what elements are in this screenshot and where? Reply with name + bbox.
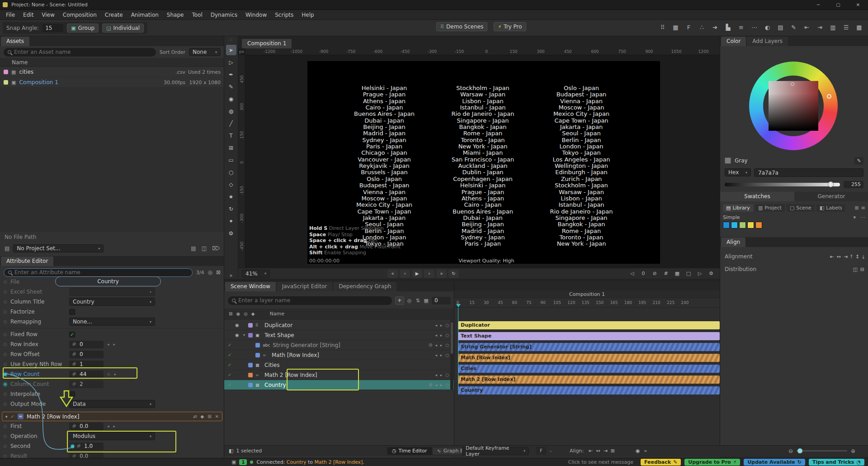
scene-toolbar-icon[interactable]: ⇅ bbox=[415, 298, 420, 304]
menu-item[interactable]: Animation bbox=[127, 12, 163, 18]
playback-button[interactable]: « bbox=[387, 270, 398, 278]
row-index-field[interactable]: #0 bbox=[69, 341, 104, 348]
add-layer-button[interactable]: + bbox=[395, 296, 404, 305]
attribute-search-input[interactable] bbox=[14, 269, 188, 276]
layer-keyframe-controls[interactable]: ◂ ▸ ○ bbox=[435, 333, 450, 338]
tool-icon[interactable]: ★ bbox=[226, 191, 236, 202]
timeline-bar[interactable]: Country bbox=[458, 386, 720, 395]
layer-row[interactable]: ✓ ◉ ▾ ▦ Cities ⊘ ◂ ▸ ○ bbox=[224, 360, 454, 370]
snap-angle-input[interactable]: 15 bbox=[42, 24, 63, 32]
math-header-icon[interactable]: ◆ bbox=[201, 414, 204, 419]
tab-javascript-editor[interactable]: JavaScript Editor bbox=[277, 282, 332, 291]
tool-icon[interactable]: ↻ bbox=[226, 204, 236, 214]
scene-toolbar-icon[interactable]: ◎ bbox=[407, 298, 412, 304]
toolbar-icon[interactable]: ≡ bbox=[736, 22, 746, 33]
tab-dependency-graph[interactable]: Dependency Graph bbox=[333, 282, 396, 291]
tool-icon[interactable]: ▭ bbox=[226, 155, 236, 165]
layer-row[interactable]: ✓ ◉ ▾ = Math 2 [Row Index] ⊘ ◂ ▸ ○ bbox=[224, 370, 454, 380]
attr-socket[interactable] bbox=[4, 403, 7, 406]
keyframe-nav-icons[interactable]: ◂ ▸ bbox=[107, 342, 117, 347]
attr-socket[interactable] bbox=[4, 310, 7, 314]
asset-search[interactable] bbox=[4, 48, 156, 57]
maximize-button[interactable]: ▢ bbox=[828, 0, 848, 10]
status-badge[interactable]: Feedback ✎ bbox=[641, 459, 681, 466]
distribution-icon[interactable]: ◫ bbox=[853, 266, 857, 272]
color-swatch[interactable] bbox=[747, 222, 754, 228]
layer-row[interactable]: ✓ ◉ ▾ ⠿ Duplicator ⊘ ◂ ▸ ○ bbox=[224, 320, 454, 330]
zoom-attribute-icon[interactable]: ◎ bbox=[208, 269, 212, 276]
attr-socket[interactable] bbox=[4, 343, 7, 346]
layer-keyframe-controls[interactable]: ◂ ▸ ○ bbox=[435, 323, 450, 328]
menu-item[interactable]: Window bbox=[241, 12, 271, 18]
viewport-toolbar-icon[interactable]: ▦ bbox=[673, 271, 681, 276]
toolbar-icon[interactable]: ⠿ bbox=[657, 22, 668, 33]
saturation-value-square[interactable] bbox=[769, 81, 818, 131]
more-tools-icon[interactable]: » bbox=[229, 272, 232, 279]
filter-button[interactable]: F bbox=[536, 447, 546, 455]
library-tab[interactable]: ▤ Library bbox=[723, 204, 753, 212]
asset-row[interactable]: ▦ cities .csv Used 2 times bbox=[0, 67, 224, 77]
viewport-toolbar-icon[interactable]: ⚙ bbox=[707, 271, 715, 276]
color-swatch[interactable] bbox=[755, 222, 762, 228]
toolbar-icon[interactable]: ◐ bbox=[762, 22, 773, 33]
attr-socket[interactable] bbox=[4, 300, 7, 304]
asset-row[interactable]: ▣ Composition 1 30.00fps 1920 x 1080 bbox=[0, 77, 224, 88]
tool-icon[interactable]: ◇ bbox=[226, 179, 236, 190]
hue-indicator[interactable] bbox=[827, 94, 831, 99]
color-swatch[interactable] bbox=[739, 222, 746, 228]
hue-wheel[interactable] bbox=[749, 62, 838, 150]
timeline-bar[interactable]: Text Shape bbox=[458, 332, 720, 340]
playback-button[interactable]: » bbox=[436, 270, 447, 278]
layer-override-icon[interactable]: ⊘ bbox=[429, 382, 432, 387]
snap-icon[interactable]: » bbox=[644, 448, 647, 454]
library-tab[interactable]: ◧ Labels bbox=[816, 204, 845, 212]
layer-keyframe-controls[interactable]: ◂ ▸ ○ bbox=[435, 383, 450, 387]
math-header-icon[interactable]: ⊞ bbox=[208, 414, 211, 419]
time-editor-button[interactable]: ◷ Time Editor bbox=[387, 447, 432, 455]
zoom-in-icon[interactable]: ⊕ bbox=[851, 448, 855, 454]
tool-icon[interactable]: ✒ bbox=[226, 69, 236, 80]
viewport-toolbar-icon[interactable]: ▷ bbox=[696, 271, 704, 276]
attr-socket[interactable] bbox=[4, 333, 7, 336]
layer-color-chip[interactable] bbox=[248, 383, 253, 387]
menu-item[interactable]: Composition bbox=[59, 12, 101, 18]
viewport-canvas[interactable]: Helsinki - JapanPrague - JapanAthens - J… bbox=[245, 55, 720, 268]
attr-socket[interactable] bbox=[4, 353, 7, 356]
collapse-icon[interactable]: ▾ bbox=[5, 414, 8, 419]
playback-button[interactable]: ▶ bbox=[412, 270, 422, 278]
view-toggle-icon[interactable]: ≡ bbox=[861, 205, 865, 211]
attr-socket[interactable] bbox=[4, 425, 7, 428]
timeline-ruler[interactable]: 0153045607590105120135150165180195210225… bbox=[454, 298, 720, 308]
console-icon[interactable]: ▣ bbox=[231, 459, 236, 465]
align-icon[interactable]: ⇥ bbox=[603, 448, 607, 454]
viewport-toolbar-icon[interactable]: ⊘ bbox=[651, 271, 659, 276]
close-button[interactable]: ✕ bbox=[848, 0, 868, 10]
zoom-slider-thumb[interactable] bbox=[797, 448, 802, 453]
attr-socket[interactable] bbox=[4, 363, 7, 366]
layer-row[interactable]: ✓ ◉ ▾ = Math [Row Index] ⊘ ◂ ▸ ○ bbox=[224, 350, 454, 360]
message-count-badge[interactable]: 1 bbox=[239, 459, 247, 465]
attr-socket[interactable] bbox=[4, 290, 7, 294]
toolbar-icon[interactable]: ☰ bbox=[841, 22, 851, 33]
toolbar-icon[interactable]: ▥ bbox=[828, 22, 838, 33]
hex-input[interactable] bbox=[754, 168, 863, 177]
zoom-dropdown[interactable]: 41%▾ bbox=[242, 270, 270, 278]
tab-color[interactable]: Color bbox=[721, 37, 746, 46]
attribute-search[interactable] bbox=[4, 268, 193, 277]
layer-keyframe-controls[interactable]: ◂ ▸ ○ bbox=[435, 353, 450, 357]
layer-keyframe-controls[interactable]: ◂ ▸ ○ bbox=[435, 373, 450, 377]
tool-icon[interactable]: ➤ bbox=[226, 45, 236, 55]
layer-expand-icon[interactable]: ▾ bbox=[243, 333, 248, 337]
toolbar-icon[interactable]: ▙ bbox=[723, 22, 733, 33]
fixed-row-checkbox[interactable]: ✓ bbox=[69, 332, 75, 338]
swatch-group-icon[interactable]: ⋯ bbox=[860, 214, 865, 220]
playback-button[interactable]: › bbox=[424, 270, 434, 278]
color-swatch[interactable] bbox=[723, 222, 730, 228]
layer-color-chip[interactable] bbox=[248, 363, 253, 367]
group-button[interactable]: ▣ Group bbox=[67, 24, 99, 33]
layer-row[interactable]: ✓ ◉ ▾ ▣ Text Shape ⊘ ◂ ▸ ○ bbox=[224, 330, 454, 340]
open-folder-icon[interactable]: ▤ bbox=[191, 245, 196, 252]
tool-icon[interactable]: ╱ bbox=[226, 118, 236, 128]
layer-visibility-icon[interactable]: ◉ bbox=[235, 333, 243, 338]
close-panel-icon[interactable]: ⊠ bbox=[216, 269, 221, 276]
